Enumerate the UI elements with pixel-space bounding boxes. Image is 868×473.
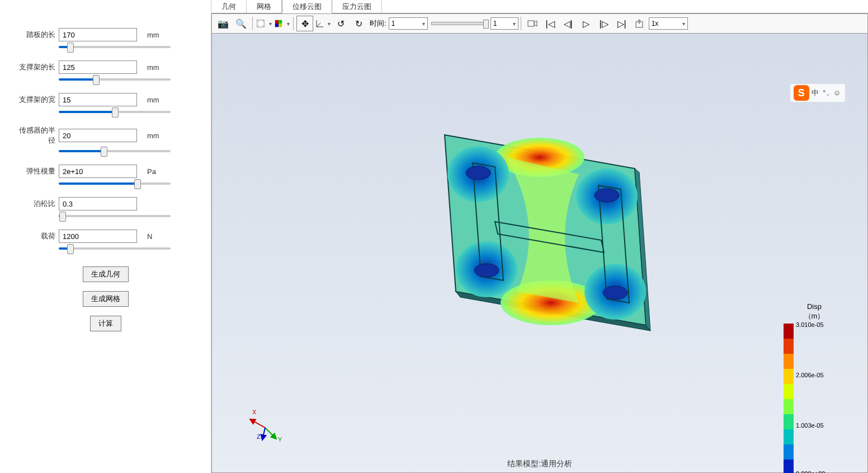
rotate-ccw-icon[interactable]: ↺ xyxy=(332,16,349,31)
param-unit-3: mm xyxy=(147,132,159,140)
param-label-3: 传感器的半径 xyxy=(17,125,59,146)
record-icon[interactable] xyxy=(524,16,541,31)
param-label-4: 弹性模量 xyxy=(17,166,59,176)
frame-select[interactable]: 1▾ xyxy=(490,17,518,30)
calculate-button[interactable]: 计算 xyxy=(90,316,121,331)
param-unit-4: Pa xyxy=(147,167,156,176)
legend-segment xyxy=(784,460,794,473)
time-slider[interactable] xyxy=(431,22,487,25)
tab-bar: 几何网格位移云图应力云图 xyxy=(211,0,868,13)
svg-rect-5 xyxy=(528,21,534,26)
step-forward-icon[interactable]: |▷ xyxy=(596,16,612,31)
svg-rect-4 xyxy=(279,24,282,27)
param-label-5: 泊松比 xyxy=(17,199,59,209)
svg-line-17 xyxy=(250,419,265,428)
toolbar: 📷 🔍 ✥ ↺ ↻ 时间: 1▾ 1▾ |◁ ◁ xyxy=(211,13,868,34)
param-slider-5[interactable] xyxy=(59,215,171,217)
param-input-6[interactable] xyxy=(59,230,137,243)
tab-1[interactable]: 网格 xyxy=(247,0,282,13)
pan-icon[interactable]: ✥ xyxy=(296,16,313,31)
svg-rect-3 xyxy=(275,24,279,27)
ime-status-text: 中 °, ☺ xyxy=(812,88,842,98)
step-back-icon[interactable]: ◁| xyxy=(560,16,577,31)
screenshot-icon[interactable]: 📷 xyxy=(215,16,232,31)
generate-mesh-button[interactable]: 生成网格 xyxy=(83,291,129,307)
param-label-2: 支撑架的宽 xyxy=(17,95,59,105)
param-unit-0: mm xyxy=(147,31,159,39)
svg-point-16 xyxy=(603,286,628,299)
time-select[interactable]: 1▾ xyxy=(389,17,428,30)
axis-icon[interactable] xyxy=(314,16,331,31)
zoom-flash-icon[interactable]: 🔍 xyxy=(233,16,249,31)
legend-max: 3.010e-05 xyxy=(796,321,824,328)
play-icon[interactable]: ▷ xyxy=(578,16,595,31)
skip-back-icon[interactable]: |◁ xyxy=(542,16,559,31)
svg-line-19 xyxy=(262,428,265,440)
param-slider-0[interactable] xyxy=(59,46,171,48)
fea-model xyxy=(422,124,657,339)
result-model-label: 结果模型:通用分析 xyxy=(507,459,572,469)
param-input-2[interactable] xyxy=(59,93,137,106)
param-label-1: 支撑架的长 xyxy=(17,62,59,72)
view-cube-dropdown[interactable] xyxy=(256,16,272,31)
param-input-5[interactable] xyxy=(59,197,137,210)
legend-segment xyxy=(784,399,794,414)
legend-segment xyxy=(784,369,794,384)
main-panel: 几何网格位移云图应力云图 📷 🔍 ✥ ↺ ↻ 时间: 1▾ 1▾ xyxy=(211,0,868,473)
skip-forward-icon[interactable]: ▷| xyxy=(614,16,630,31)
legend-segment xyxy=(784,354,794,369)
param-input-4[interactable] xyxy=(59,165,137,178)
ime-logo-icon: S xyxy=(794,85,809,101)
svg-text:Y: Y xyxy=(278,436,282,443)
legend-segment xyxy=(784,339,794,354)
time-label: 时间: xyxy=(370,18,386,29)
param-unit-1: mm xyxy=(147,63,159,72)
legend-segment xyxy=(784,384,794,399)
legend-segment xyxy=(784,414,794,429)
legend-segment xyxy=(784,429,794,444)
param-slider-4[interactable] xyxy=(59,182,171,185)
param-input-0[interactable] xyxy=(59,28,137,41)
param-slider-1[interactable] xyxy=(59,78,171,81)
rotate-cw-icon[interactable]: ↻ xyxy=(350,16,367,31)
param-input-3[interactable] xyxy=(59,129,137,142)
param-input-1[interactable] xyxy=(59,60,137,74)
ime-indicator[interactable]: S 中 °, ☺ xyxy=(790,84,845,102)
param-slider-6[interactable] xyxy=(59,247,171,250)
legend-mid-low: 1.003e-05 xyxy=(796,422,824,429)
svg-text:Z: Z xyxy=(257,433,261,440)
legend-segment xyxy=(784,444,794,460)
color-cube-dropdown[interactable] xyxy=(273,16,290,31)
param-unit-2: mm xyxy=(147,96,159,104)
svg-line-18 xyxy=(265,428,276,439)
tab-2[interactable]: 位移云图 xyxy=(282,0,332,13)
speed-select[interactable]: 1x▾ xyxy=(649,17,688,30)
tab-0[interactable]: 几何 xyxy=(211,0,247,13)
svg-rect-1 xyxy=(275,20,279,24)
svg-point-15 xyxy=(474,264,499,277)
color-legend: Disp （m） 3.010e-05 2.006e-05 1.003e-05 0… xyxy=(784,302,845,473)
param-label-0: 踏板的长 xyxy=(17,30,59,40)
generate-geometry-button[interactable]: 生成几何 xyxy=(83,266,129,282)
legend-min: 0.000e+00 xyxy=(796,470,825,473)
legend-segment xyxy=(784,324,794,339)
legend-title: Disp xyxy=(807,302,822,311)
svg-text:X: X xyxy=(252,409,257,415)
svg-rect-2 xyxy=(279,20,282,24)
export-icon[interactable] xyxy=(631,16,648,31)
svg-point-14 xyxy=(595,189,619,202)
tab-3[interactable]: 应力云图 xyxy=(332,0,382,13)
svg-point-13 xyxy=(466,166,490,180)
legend-mid-high: 2.006e-05 xyxy=(796,372,824,378)
legend-unit: （m） xyxy=(804,312,825,320)
axis-gizmo: X Y Z xyxy=(246,405,279,439)
parameter-sidebar: 踏板的长 mm 支撑架的长 mm 支撑架的宽 mm 传感器的半径 mm 弹性模量… xyxy=(0,0,211,473)
param-label-6: 载荷 xyxy=(17,231,59,241)
param-unit-6: N xyxy=(147,232,152,241)
param-slider-3[interactable] xyxy=(59,150,171,152)
param-slider-2[interactable] xyxy=(59,111,171,113)
viewport[interactable]: X Y Z Disp （m） 3.010e-05 2.006e-05 1.003… xyxy=(211,34,868,473)
